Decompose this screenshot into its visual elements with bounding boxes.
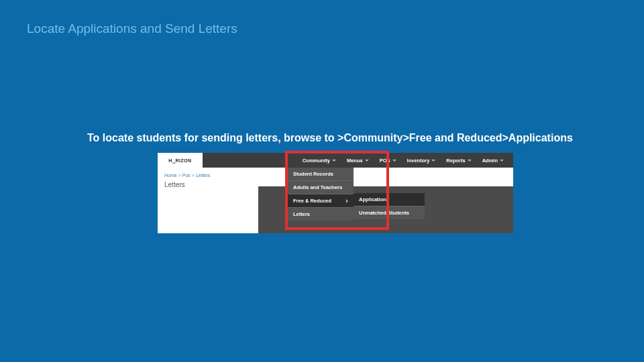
embedded-screenshot: H⎯RIZON Community Menus POS Inventory Re… — [158, 153, 513, 233]
page-heading: Letters — [164, 181, 185, 188]
crumb-pos[interactable]: Pos — [182, 173, 191, 178]
highlight-rectangle — [285, 151, 389, 230]
menu-reports[interactable]: Reports — [441, 154, 476, 167]
menu-inventory[interactable]: Inventory — [402, 154, 441, 167]
crumb-sep: > — [178, 173, 181, 178]
logo: H⎯RIZON — [158, 153, 203, 168]
chevron-down-icon — [468, 160, 472, 162]
chevron-down-icon — [431, 160, 435, 162]
menu-admin[interactable]: Admin — [477, 154, 509, 167]
menu-label: Admin — [482, 158, 498, 164]
menu-label: Reports — [446, 158, 465, 164]
menu-label: Inventory — [407, 158, 430, 164]
crumb-home[interactable]: Home — [164, 173, 177, 178]
slide-title: Locate Applications and Send Letters — [27, 21, 237, 36]
chevron-down-icon — [500, 160, 504, 162]
instruction-text: To locate students for sending letters, … — [87, 132, 610, 144]
crumb-sep: > — [192, 173, 195, 178]
chevron-down-icon — [392, 160, 396, 162]
breadcrumb: Home>Pos>Letters — [164, 173, 210, 178]
crumb-letters[interactable]: Letters — [196, 173, 210, 178]
